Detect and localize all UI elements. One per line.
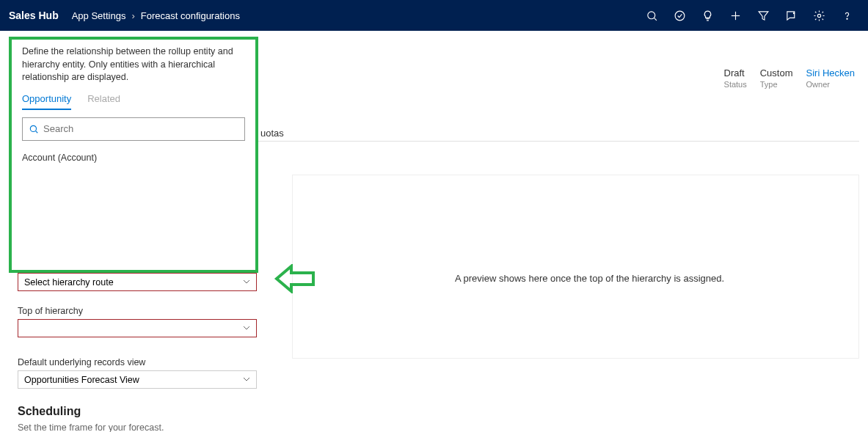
- chevron-down-icon: [243, 323, 250, 334]
- breadcrumb-item[interactable]: App Settings: [72, 10, 126, 21]
- select-value: Select hierarchy route: [24, 277, 114, 288]
- preview-placeholder: A preview shows here once the top of the…: [455, 273, 724, 284]
- field-label: Default underlying records view: [18, 357, 257, 367]
- search-icon[interactable]: [639, 0, 664, 31]
- select-value: Opportunities Forecast View: [24, 375, 139, 385]
- svg-point-7: [817, 14, 820, 17]
- record-meta: Draft Status Custom Type Siri Hecken Own…: [724, 67, 855, 89]
- svg-point-6: [793, 12, 794, 13]
- field-top-of-hierarchy: Top of hierarchy: [18, 306, 257, 337]
- meta-owner[interactable]: Siri Hecken Owner: [806, 67, 855, 89]
- svg-point-2: [675, 11, 685, 21]
- lightbulb-icon[interactable]: [695, 0, 720, 31]
- meta-label: Owner: [806, 80, 830, 89]
- tab-quotas-partial[interactable]: uotas: [260, 128, 284, 139]
- chevron-down-icon: [243, 375, 250, 385]
- gear-icon[interactable]: [806, 0, 831, 31]
- meta-value-link[interactable]: Siri Hecken: [806, 67, 855, 78]
- tab-related[interactable]: Related: [87, 93, 120, 110]
- meta-value: Draft: [724, 67, 745, 78]
- meta-label: Type: [760, 80, 778, 89]
- app-title: Sales Hub: [9, 10, 59, 21]
- top-of-hierarchy-select[interactable]: [18, 319, 257, 337]
- meta-status: Draft Status: [724, 67, 747, 89]
- hierarchy-route-select[interactable]: Select hierarchy route: [18, 273, 257, 291]
- field-hierarchy-route: Select hierarchy route: [18, 273, 257, 291]
- breadcrumb-item[interactable]: Forecast configurations: [141, 10, 240, 21]
- meta-type: Custom Type: [760, 67, 793, 89]
- filter-icon[interactable]: [751, 0, 776, 31]
- help-icon[interactable]: [834, 0, 859, 31]
- chevron-right-icon: ›: [131, 10, 134, 21]
- plus-icon[interactable]: [723, 0, 748, 31]
- top-nav: Sales Hub App Settings › Forecast config…: [0, 0, 868, 31]
- svg-line-1: [654, 18, 656, 20]
- tab-opportunity[interactable]: Opportunity: [22, 93, 71, 110]
- header-icons: [639, 0, 859, 31]
- hierarchy-route-popup: Define the relationship between the roll…: [9, 37, 258, 273]
- search-icon: [29, 124, 39, 134]
- annotation-arrow-icon: [274, 264, 315, 293]
- meta-value: Custom: [760, 67, 793, 78]
- field-label: Top of hierarchy: [18, 306, 257, 316]
- field-default-view: Default underlying records view Opportun…: [18, 357, 257, 389]
- search-input[interactable]: [43, 123, 238, 134]
- default-view-select[interactable]: Opportunities Forecast View: [18, 370, 257, 389]
- svg-point-9: [30, 125, 36, 131]
- list-item[interactable]: Account (Account): [22, 150, 245, 166]
- section-subtitle: Set the time frame for your forecast.: [18, 422, 164, 432]
- popup-tabs: Opportunity Related: [22, 93, 245, 110]
- scheduling-section: Scheduling Set the time frame for your f…: [18, 405, 164, 432]
- svg-point-8: [846, 18, 847, 19]
- popup-description: Define the relationship between the roll…: [22, 45, 245, 84]
- search-input-wrapper[interactable]: [22, 117, 245, 141]
- svg-line-10: [36, 131, 38, 133]
- assistant-icon[interactable]: [778, 0, 803, 31]
- task-icon[interactable]: [667, 0, 692, 31]
- svg-marker-5: [759, 11, 768, 19]
- preview-panel: [292, 175, 859, 359]
- meta-label: Status: [724, 80, 747, 89]
- breadcrumb: App Settings › Forecast configurations: [72, 10, 240, 21]
- svg-point-0: [647, 11, 654, 18]
- chevron-down-icon: [243, 277, 250, 288]
- section-title: Scheduling: [18, 405, 164, 418]
